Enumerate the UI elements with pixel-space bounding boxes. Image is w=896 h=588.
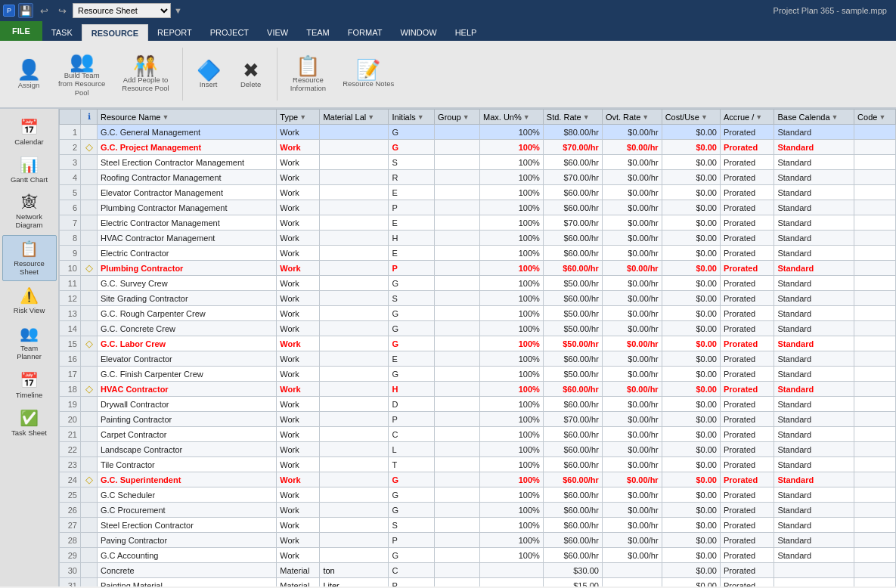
table-row[interactable]: 22 Landscape Contractor Work L 100% $60.… — [60, 442, 896, 457]
undo-button[interactable]: ↩ — [36, 3, 51, 18]
nav-item-task-sheet[interactable]: ✅ Task Sheet — [2, 404, 57, 441]
assign-button[interactable]: 👤 Assign — [9, 56, 48, 93]
table-row[interactable]: 6 Plumbing Contractor Management Work P … — [60, 200, 896, 215]
row-name[interactable]: Electric Contractor — [98, 246, 277, 261]
row-name[interactable]: Plumbing Contractor — [98, 261, 277, 276]
table-row[interactable]: 12 Site Grading Contractor Work S 100% $… — [60, 291, 896, 306]
table-row[interactable]: 16 Elevator Contractor Work E 100% $60.0… — [60, 351, 896, 367]
table-row[interactable]: 14 G.C. Concrete Crew Work G 100% $50.00… — [60, 321, 896, 336]
table-row[interactable]: 17 G.C. Finish Carpenter Crew Work G 100… — [60, 367, 896, 382]
table-row[interactable]: 4 Roofing Contractor Management Work R 1… — [60, 170, 896, 185]
row-name[interactable]: G.C. Concrete Crew — [98, 321, 277, 336]
col-header-type[interactable]: Type ▼ — [277, 110, 320, 125]
table-row[interactable]: 19 Drywall Contractor Work D 100% $60.00… — [60, 397, 896, 412]
row-name[interactable]: Plumbing Contractor Management — [98, 200, 277, 215]
table-row[interactable]: 20 Painting Contractor Work P 100% $70.0… — [60, 412, 896, 427]
table-row[interactable]: 2 ◇ G.C. Project Management Work G 100% … — [60, 140, 896, 155]
row-name[interactable]: Painting Contractor — [98, 412, 277, 427]
col-header-material[interactable]: Material Lal ▼ — [320, 110, 389, 125]
nav-item-team-planner[interactable]: 👥 TeamPlanner — [2, 320, 57, 366]
row-name[interactable]: G.C Scheduler — [98, 487, 277, 503]
nav-item-resource-sheet[interactable]: 📋 ResourceSheet — [2, 235, 57, 281]
col-header-stdrate[interactable]: Std. Rate ▼ — [543, 110, 602, 125]
delete-button[interactable]: ✖ Delete — [231, 57, 271, 92]
insert-button[interactable]: 🔷 Insert — [189, 57, 228, 92]
table-row[interactable]: 26 G.C Procurement Work G 100% $60.00/hr… — [60, 503, 896, 518]
col-header-ovtrate[interactable]: Ovt. Rate ▼ — [602, 110, 662, 125]
row-name[interactable]: G.C. Finish Carpenter Crew — [98, 367, 277, 382]
table-row[interactable]: 30 Concrete Material ton C $30.00 $0.00 … — [60, 563, 896, 578]
tab-help[interactable]: HELP — [446, 24, 486, 41]
row-name[interactable]: G.C. Labor Crew — [98, 336, 277, 351]
nav-item-calendar[interactable]: 📅 Calendar — [2, 113, 57, 150]
table-row[interactable]: 29 G.C Accounting Work G 100% $60.00/hr … — [60, 548, 896, 563]
view-select[interactable]: Resource Sheet — [73, 3, 171, 18]
table-row[interactable]: 21 Carpet Contractor Work C 100% $60.00/… — [60, 427, 896, 442]
table-row[interactable]: 8 HVAC Contractor Management Work H 100%… — [60, 231, 896, 246]
row-name[interactable]: G.C. Survey Crew — [98, 276, 277, 291]
table-row[interactable]: 13 G.C. Rough Carpenter Crew Work G 100%… — [60, 306, 896, 321]
row-name[interactable]: Drywall Contractor — [98, 397, 277, 412]
tab-task[interactable]: TASK — [42, 24, 82, 41]
col-header-accrue[interactable]: Accrue / ▼ — [720, 110, 774, 125]
table-row[interactable]: 31 Painting Material Material Liter P $1… — [60, 578, 896, 587]
row-name[interactable]: Tile Contractor — [98, 457, 277, 472]
row-name[interactable]: Electric Contractor Management — [98, 215, 277, 231]
table-row[interactable]: 9 Electric Contractor Work E 100% $60.00… — [60, 246, 896, 261]
row-name[interactable]: Painting Material — [98, 578, 277, 587]
table-row[interactable]: 1 G.C. General Management Work G 100% $8… — [60, 125, 896, 140]
row-name[interactable]: G.C. General Management — [98, 125, 277, 140]
table-row[interactable]: 10 ◇ Plumbing Contractor Work P 100% $60… — [60, 261, 896, 276]
col-header-initials[interactable]: Initials ▼ — [389, 110, 435, 125]
row-name[interactable]: HVAC Contractor — [98, 382, 277, 397]
table-row[interactable]: 5 Elevator Contractor Management Work E … — [60, 185, 896, 200]
row-name[interactable]: Elevator Contractor Management — [98, 185, 277, 200]
row-name[interactable]: HVAC Contractor Management — [98, 231, 277, 246]
resource-info-button[interactable]: 📋 ResourceInformation — [284, 52, 333, 97]
table-row[interactable]: 18 ◇ HVAC Contractor Work H 100% $60.00/… — [60, 382, 896, 397]
table-row[interactable]: 23 Tile Contractor Work T 100% $60.00/hr… — [60, 457, 896, 472]
row-name[interactable]: Site Grading Contractor — [98, 291, 277, 306]
table-row[interactable]: 25 G.C Scheduler Work G 100% $60.00/hr $… — [60, 487, 896, 503]
grid-area[interactable]: ℹ Resource Name ▼ Type ▼ Material Lal ▼ … — [59, 109, 896, 586]
row-name[interactable]: G.C. Project Management — [98, 140, 277, 155]
tab-format[interactable]: FORMAT — [339, 24, 392, 41]
row-name[interactable]: Paving Contractor — [98, 533, 277, 548]
row-name[interactable]: Elevator Contractor — [98, 351, 277, 367]
resource-notes-button[interactable]: 📝 Resource Notes — [336, 56, 401, 91]
tab-resource[interactable]: RESOURCE — [82, 24, 148, 41]
table-row[interactable]: 15 ◇ G.C. Labor Crew Work G 100% $50.00/… — [60, 336, 896, 351]
row-name[interactable]: G.C. Superintendent — [98, 472, 277, 487]
row-name[interactable]: Concrete — [98, 563, 277, 578]
nav-item-timeline[interactable]: 📅 Timeline — [2, 367, 57, 404]
row-name[interactable]: Steel Erection Contractor — [98, 518, 277, 533]
table-row[interactable]: 24 ◇ G.C. Superintendent Work G 100% $60… — [60, 472, 896, 487]
col-header-costuse[interactable]: Cost/Use ▼ — [662, 110, 720, 125]
tab-report[interactable]: REPORT — [148, 24, 201, 41]
tab-file[interactable]: FILE — [0, 21, 42, 41]
tab-view[interactable]: VIEW — [258, 24, 297, 41]
col-header-maxunits[interactable]: Max. Un% ▼ — [480, 110, 544, 125]
build-team-button[interactable]: 👥 Build Teamfrom ResourcePool — [51, 48, 112, 101]
nav-item-network[interactable]: 🕸 NetworkDiagram — [2, 189, 57, 234]
row-name[interactable]: Steel Erection Contractor Management — [98, 155, 277, 170]
row-name[interactable]: Carpet Contractor — [98, 427, 277, 442]
col-header-name[interactable]: Resource Name ▼ — [98, 110, 277, 125]
tab-window[interactable]: WINDOW — [391, 24, 445, 41]
save-button[interactable]: 💾 — [18, 3, 33, 18]
tab-team[interactable]: TEAM — [297, 24, 339, 41]
nav-item-gantt[interactable]: 📊 Gantt Chart — [2, 151, 57, 188]
table-row[interactable]: 28 Paving Contractor Work P 100% $60.00/… — [60, 533, 896, 548]
nav-item-risk-view[interactable]: ⚠️ Risk View — [2, 282, 57, 319]
col-header-code[interactable]: Code ▼ — [854, 110, 896, 125]
table-row[interactable]: 7 Electric Contractor Management Work E … — [60, 215, 896, 231]
customize-btn[interactable]: ▼ — [174, 6, 182, 15]
row-name[interactable]: Roofing Contractor Management — [98, 170, 277, 185]
row-name[interactable]: Landscape Contractor — [98, 442, 277, 457]
table-row[interactable]: 3 Steel Erection Contractor Management W… — [60, 155, 896, 170]
add-people-button[interactable]: 🧑‍🤝‍🧑 Add People toResource Pool — [115, 52, 175, 97]
col-header-basecal[interactable]: Base Calenda ▼ — [774, 110, 854, 125]
redo-button[interactable]: ↪ — [54, 3, 70, 18]
table-row[interactable]: 27 Steel Erection Contractor Work S 100%… — [60, 518, 896, 533]
row-name[interactable]: G.C Accounting — [98, 548, 277, 563]
